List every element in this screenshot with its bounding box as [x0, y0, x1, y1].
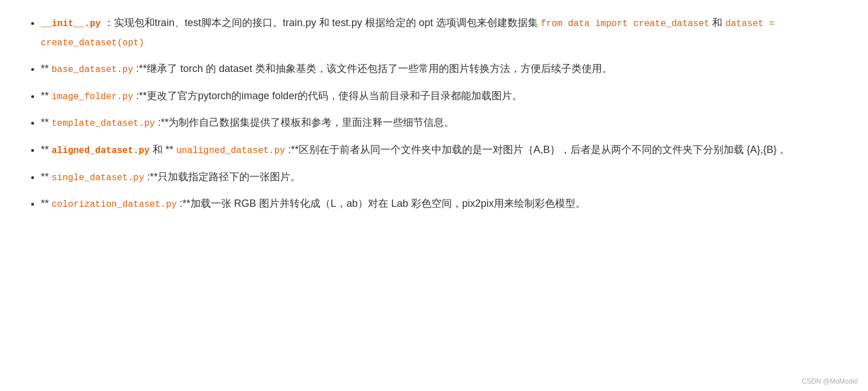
text-segment: 和 [709, 17, 725, 28]
text-segment: ** [41, 117, 52, 128]
text-segment: ** [41, 144, 52, 155]
list-item: ** template_dataset.py :**为制作自己数据集提供了模板和… [41, 113, 845, 133]
text-segment: :**继承了 torch 的 dataset 类和抽象基类，该文件还包括了一些常… [133, 63, 612, 74]
code-snippet: unaligned_dataset.py [176, 146, 285, 156]
list-item: ** image_folder.py :**更改了官方pytorch的image… [41, 87, 845, 106]
text-segment: ** [41, 198, 52, 209]
text-segment: :**加载一张 RGB 图片并转化成（L，ab）对在 Lab 彩色空间，pix2… [177, 198, 586, 209]
code-snippet: from data import create_dataset [541, 19, 710, 29]
text-segment: ：实现包和train、test脚本之间的接口。train.py 和 test.p… [101, 17, 541, 28]
code-snippet: single_dataset.py [52, 173, 144, 183]
text-segment: :**只加载指定路径下的一张图片。 [144, 171, 300, 182]
list-item: ** colorization_dataset.py :**加载一张 RGB 图… [41, 194, 845, 214]
code-snippet: image_folder.py [52, 92, 133, 102]
text-segment: ** [41, 90, 52, 101]
code-snippet-bold: aligned_dataset.py [52, 146, 150, 156]
content-list: __init__.py ：实现包和train、test脚本之间的接口。train… [23, 14, 845, 214]
text-segment: ** [41, 63, 52, 74]
list-item: __init__.py ：实现包和train、test脚本之间的接口。train… [41, 14, 845, 52]
code-snippet-bold: __init__.py [41, 19, 101, 29]
text-segment: :**区别在于前者从同一个文件夹中加载的是一对图片｛A,B｝，后者是从两个不同的… [285, 144, 790, 155]
list-item: ** aligned_dataset.py 和 ** unaligned_dat… [41, 141, 845, 160]
list-item: ** base_dataset.py :**继承了 torch 的 datase… [41, 60, 845, 79]
watermark: CSDN @MoModel [802, 377, 858, 385]
code-snippet: template_dataset.py [52, 118, 155, 129]
text-segment: ** [41, 171, 52, 182]
text-segment: :**更改了官方pytorch的image folder的代码，使得从当前目录和… [133, 90, 522, 101]
code-snippet: base_dataset.py [52, 65, 133, 75]
list-item: ** single_dataset.py :**只加载指定路径下的一张图片。 [41, 168, 845, 187]
text-segment: 和 ** [150, 144, 176, 155]
code-snippet: colorization_dataset.py [52, 199, 177, 210]
text-segment: :**为制作自己数据集提供了模板和参考，里面注释一些细节信息。 [155, 117, 454, 128]
